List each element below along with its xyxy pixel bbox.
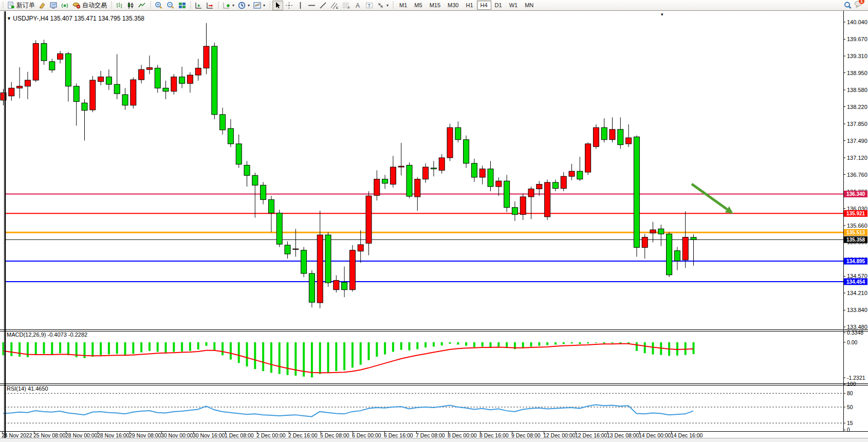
chat-button[interactable]: 1 <box>854 0 863 10</box>
timeframe-tab-MN[interactable]: MN <box>521 1 537 10</box>
candle-body <box>691 237 696 240</box>
chart-window-button[interactable] <box>48 1 59 10</box>
trendline-tool-button[interactable] <box>318 1 328 10</box>
candle-body <box>358 245 363 251</box>
candle-body <box>252 175 258 185</box>
zoom-in-icon <box>155 2 163 9</box>
search-button[interactable] <box>842 1 854 10</box>
time-tick-label: 13 Dec 08:00 <box>607 432 639 438</box>
candle-body <box>90 80 96 110</box>
price-tick-label: 139.310 <box>847 53 867 59</box>
time-tick-label: 30 Nov 16:00 <box>193 432 225 438</box>
arrows-tool-button[interactable]: ▾ <box>375 1 390 10</box>
chart-shift-button[interactable] <box>205 1 215 10</box>
timeframe-tab-M15[interactable]: M15 <box>426 1 444 10</box>
time-tick-label: 2 Dec 00:00 <box>256 432 286 438</box>
candle-body <box>301 250 307 273</box>
cursor-tool-button[interactable] <box>272 1 283 10</box>
candlestick-chart-button[interactable] <box>125 1 136 10</box>
timeframe-tab-M5[interactable]: M5 <box>411 1 426 10</box>
signal-button[interactable] <box>60 1 70 10</box>
new-order-button[interactable]: 新订单 <box>6 1 36 10</box>
bar-chart-icon <box>116 2 123 9</box>
chart-plot[interactable]: 140.040139.670139.310138.950138.580138.2… <box>0 11 868 442</box>
price-tag-label: 134.895 <box>846 259 865 264</box>
new-order-label: 新订单 <box>16 1 35 10</box>
auto-trading-icon <box>72 2 81 9</box>
timeframe-tab-D1[interactable]: D1 <box>491 1 506 10</box>
channel-tool-button[interactable]: E <box>329 1 340 10</box>
auto-scroll-button[interactable] <box>193 1 204 10</box>
candle-body <box>309 273 315 302</box>
templates-button[interactable]: ▾ <box>252 1 267 10</box>
candle-body <box>471 163 477 177</box>
candle-body <box>285 245 290 254</box>
crosshair-icon <box>285 2 293 9</box>
candle-body <box>415 179 420 197</box>
timeframe-tab-H1[interactable]: H1 <box>462 1 476 10</box>
time-axis: 24 Nov 202225 Nov 08:0028 Nov 00:0028 No… <box>2 432 703 438</box>
candle-body <box>334 281 339 290</box>
candle-body <box>261 185 266 199</box>
label-tool-button[interactable]: T <box>364 1 375 10</box>
dropdown-caret-icon[interactable]: ▾ <box>263 3 265 8</box>
timeframe-tab-M30[interactable]: M30 <box>444 1 462 10</box>
candle-body <box>114 84 120 94</box>
timeframe-tab-W1[interactable]: W1 <box>506 1 522 10</box>
time-tick-label: 6 Dec 16:00 <box>384 432 413 438</box>
rsi-indicator-label: RSI(14) 41.4650 <box>7 385 48 392</box>
fibonacci-tool-button[interactable]: F <box>341 1 352 10</box>
text-tool-button[interactable]: A <box>353 1 363 10</box>
candle-body <box>537 184 542 189</box>
candle-body <box>634 137 639 247</box>
time-tick-label: 6 Dec 00:00 <box>352 432 381 438</box>
chart-scroll-arrow-icon[interactable]: ▾ <box>661 12 663 17</box>
indicators-button[interactable]: ▾ <box>221 1 236 10</box>
auto-trading-button[interactable]: 自动交易 <box>71 1 108 10</box>
time-tick-label: 14 Dec 00:00 <box>639 432 671 438</box>
svg-text:F: F <box>348 6 350 9</box>
svg-text:E: E <box>336 6 338 9</box>
line-chart-button[interactable] <box>137 1 147 10</box>
candle-body <box>593 127 599 146</box>
price-tick-label: 138.950 <box>847 70 867 76</box>
timeframe-tab-H4[interactable]: H4 <box>477 1 491 10</box>
tile-windows-button[interactable] <box>177 1 188 10</box>
timeframe-tab-M1[interactable]: M1 <box>396 1 411 10</box>
price-tag-label: 135.358 <box>846 237 865 243</box>
candle-body <box>479 169 485 177</box>
new-order-icon <box>7 2 15 9</box>
candle-body <box>667 234 672 275</box>
candle-body <box>642 237 648 248</box>
bar-chart-button[interactable] <box>114 1 125 10</box>
zoom-in-button[interactable] <box>153 1 164 10</box>
candle-body <box>569 171 575 176</box>
price-tick-label: 138.220 <box>847 104 867 110</box>
candle-body <box>33 44 39 80</box>
clock-icon <box>238 2 246 9</box>
dropdown-caret-icon[interactable]: ▾ <box>248 3 250 8</box>
candle-body <box>601 127 607 140</box>
trendline-icon <box>319 2 327 9</box>
zoom-out-button[interactable] <box>165 1 176 10</box>
candle-body <box>342 282 347 289</box>
toolbar-grip <box>110 2 113 9</box>
brush-button[interactable] <box>37 1 48 10</box>
candle-body <box>276 213 282 245</box>
periods-button[interactable]: ▾ <box>236 1 251 10</box>
price-tag-label: 134.454 <box>846 279 865 285</box>
horizontal-line-tool-button[interactable] <box>306 1 317 10</box>
candle-body <box>317 235 323 303</box>
candle-body <box>382 179 388 183</box>
toolbar: 新订单 自动交易 ▾ ▾ <box>0 0 868 11</box>
candle-body <box>58 53 63 59</box>
crosshair-tool-button[interactable] <box>284 1 294 10</box>
dropdown-caret-icon[interactable]: ▾ <box>232 3 234 8</box>
candle-body <box>528 189 534 197</box>
vertical-line-tool-button[interactable] <box>295 1 306 10</box>
collapse-arrow-icon[interactable]: ▼ <box>7 16 11 21</box>
price-tick-label: 137.120 <box>847 155 867 161</box>
horizontal-line-icon <box>308 2 316 9</box>
dropdown-caret-icon[interactable]: ▾ <box>386 3 389 8</box>
candle-body <box>610 130 615 140</box>
